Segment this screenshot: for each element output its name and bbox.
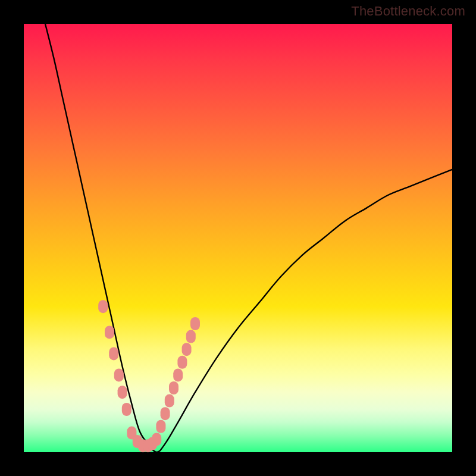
- marker-dot: [105, 325, 114, 339]
- marker-dot: [114, 368, 124, 381]
- marker-dot: [98, 300, 108, 313]
- plot-area: [24, 24, 452, 452]
- bottleneck-curve: [45, 24, 452, 452]
- marker-dot: [109, 347, 118, 360]
- marker-dot: [182, 343, 192, 356]
- chart-frame: TheBottleneck.com: [0, 0, 476, 476]
- marker-dot: [122, 403, 131, 416]
- marker-dot: [186, 330, 196, 343]
- marker-dot: [152, 433, 161, 446]
- marker-dot: [118, 386, 127, 399]
- marker-dot: [177, 356, 187, 369]
- chart-svg: [24, 24, 452, 452]
- curve-layer: [45, 24, 452, 452]
- watermark-text: TheBottleneck.com: [351, 4, 465, 19]
- marker-dot: [165, 394, 174, 408]
- marker-dots: [98, 300, 200, 452]
- marker-dot: [156, 420, 165, 433]
- marker-dot: [161, 407, 170, 420]
- marker-dot: [173, 368, 183, 381]
- marker-dot: [169, 381, 178, 394]
- marker-dot: [190, 317, 200, 330]
